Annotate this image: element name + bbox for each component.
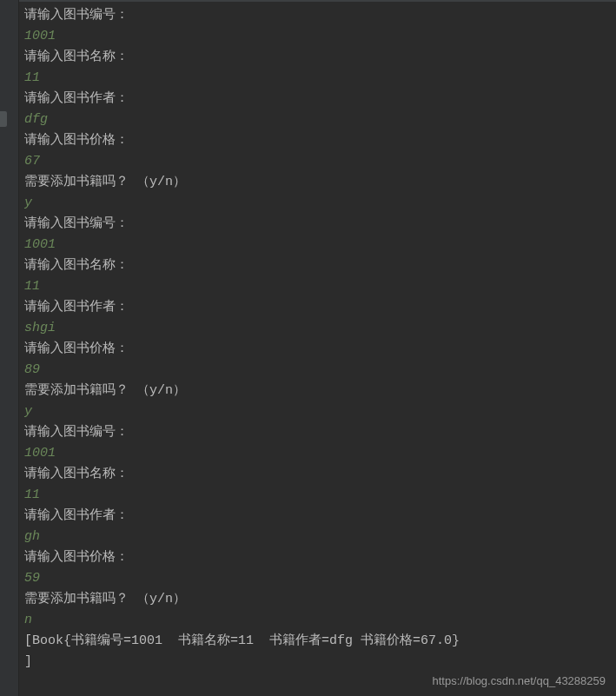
console-line-prompt: 请输入图书名称： [24, 464, 616, 485]
console-line-input: dfg [24, 109, 616, 130]
editor-gutter [0, 0, 19, 696]
console-line-input: 67 [24, 151, 616, 172]
console-line-input: shgi [24, 318, 616, 339]
console-line-prompt: 请输入图书价格： [24, 339, 616, 360]
console-line-prompt: 请输入图书编号： [24, 5, 616, 26]
console-line-prompt: 需要添加书籍吗？ （y/n） [24, 172, 616, 193]
console-line-input: 1001 [24, 26, 616, 47]
console-line-prompt: 请输入图书作者： [24, 506, 616, 527]
console-line-input: 1001 [24, 235, 616, 255]
console-line-prompt: 请输入图书编号： [24, 214, 616, 235]
console-line-input: 89 [24, 360, 616, 381]
console-line-output: ] [24, 652, 616, 673]
console-line-prompt: 请输入图书编号： [24, 422, 616, 443]
console-line-input: gh [24, 527, 616, 547]
console-line-input: y [24, 401, 616, 422]
console-line-prompt: 请输入图书作者： [24, 89, 616, 109]
console-line-output: [Book{书籍编号=1001 书籍名称=11 书籍作者=dfg 书籍价格=67… [24, 631, 616, 652]
watermark-text: https://blog.csdn.net/qq_43288259 [433, 673, 606, 691]
console-output[interactable]: 请输入图书编号：1001请输入图书名称：11请输入图书作者：dfg请输入图书价格… [0, 0, 616, 696]
console-line-input: y [24, 193, 616, 214]
console-line-prompt: 需要添加书籍吗？ （y/n） [24, 589, 616, 610]
console-line-prompt: 请输入图书价格： [24, 130, 616, 151]
console-line-input: 59 [24, 568, 616, 589]
console-line-input: 11 [24, 68, 616, 89]
tab-marker [0, 111, 7, 127]
console-line-input: 1001 [24, 443, 616, 464]
console-line-prompt: 请输入图书名称： [24, 255, 616, 276]
console-line-prompt: 请输入图书作者： [24, 297, 616, 318]
console-line-input: 11 [24, 485, 616, 506]
console-line-input: 11 [24, 276, 616, 297]
console-line-input: n [24, 610, 616, 631]
console-line-prompt: 需要添加书籍吗？ （y/n） [24, 381, 616, 401]
console-line-prompt: 请输入图书价格： [24, 547, 616, 568]
console-line-prompt: 请输入图书名称： [24, 47, 616, 68]
